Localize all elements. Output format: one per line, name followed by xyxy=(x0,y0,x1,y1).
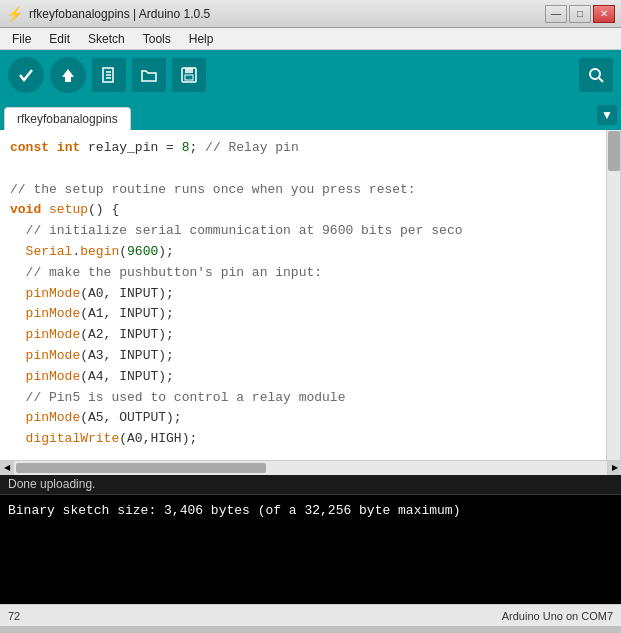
editor-content[interactable]: const int relay_pin = 8; // Relay pin //… xyxy=(0,130,620,458)
menu-help[interactable]: Help xyxy=(181,30,222,48)
menu-sketch[interactable]: Sketch xyxy=(80,30,133,48)
save-button[interactable] xyxy=(172,58,206,92)
scroll-left-button[interactable]: ◀ xyxy=(0,461,14,475)
menu-bar: File Edit Sketch Tools Help xyxy=(0,28,621,50)
scroll-right-button[interactable]: ▶ xyxy=(607,461,621,475)
line-number: 72 xyxy=(8,610,20,622)
open-button[interactable] xyxy=(132,58,166,92)
menu-file[interactable]: File xyxy=(4,30,39,48)
console-output: Binary sketch size: 3,406 bytes (of a 32… xyxy=(0,495,621,526)
new-button[interactable] xyxy=(92,58,126,92)
svg-rect-7 xyxy=(185,75,193,80)
upload-button[interactable] xyxy=(50,57,86,93)
console: Done uploading. Binary sketch size: 3,40… xyxy=(0,474,621,604)
toolbar xyxy=(0,50,621,100)
tab-bar-tabs: rfkeyfobanalogpins xyxy=(4,107,131,130)
editor: const int relay_pin = 8; // Relay pin //… xyxy=(0,130,621,460)
svg-point-8 xyxy=(590,69,600,79)
menu-tools[interactable]: Tools xyxy=(135,30,179,48)
tab-label: rfkeyfobanalogpins xyxy=(17,112,118,126)
title-text: rfkeyfobanalogpins | Arduino 1.0.5 xyxy=(29,7,210,21)
menu-edit[interactable]: Edit xyxy=(41,30,78,48)
toolbar-left xyxy=(8,57,206,93)
console-status: Done uploading. xyxy=(0,474,621,495)
title-controls: — □ ✕ xyxy=(545,5,615,23)
svg-marker-0 xyxy=(62,69,74,82)
app-icon: ⚡ xyxy=(6,6,23,22)
horizontal-scrollbar[interactable]: ◀ ▶ xyxy=(0,460,621,474)
close-button[interactable]: ✕ xyxy=(593,5,615,23)
svg-rect-6 xyxy=(185,68,193,73)
svg-line-9 xyxy=(599,78,603,82)
tab-bar: rfkeyfobanalogpins ▼ xyxy=(0,100,621,130)
verify-button[interactable] xyxy=(8,57,44,93)
scrollbar-track-horizontal[interactable] xyxy=(14,461,607,475)
title-bar-left: ⚡ rfkeyfobanalogpins | Arduino 1.0.5 xyxy=(6,6,210,22)
maximize-button[interactable]: □ xyxy=(569,5,591,23)
title-bar: ⚡ rfkeyfobanalogpins | Arduino 1.0.5 — □… xyxy=(0,0,621,28)
tab-dropdown-button[interactable]: ▼ xyxy=(597,105,617,125)
status-bar: 72 Arduino Uno on COM7 xyxy=(0,604,621,626)
board-info: Arduino Uno on COM7 xyxy=(502,610,613,622)
search-button[interactable] xyxy=(579,58,613,92)
vertical-scrollbar[interactable] xyxy=(606,130,620,460)
scrollbar-thumb-vertical[interactable] xyxy=(608,131,620,171)
scrollbar-thumb-horizontal[interactable] xyxy=(16,463,266,473)
minimize-button[interactable]: — xyxy=(545,5,567,23)
tab-rfkeyfobanalogpins[interactable]: rfkeyfobanalogpins xyxy=(4,107,131,130)
